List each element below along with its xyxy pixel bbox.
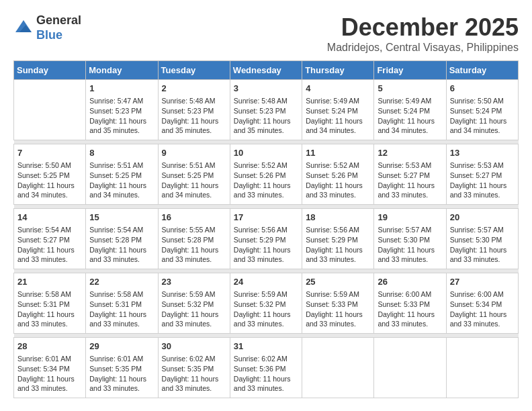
daylight-text: Daylight: 11 hours and 33 minutes. [306, 246, 363, 264]
calendar-cell: 12Sunrise: 5:53 AMSunset: 5:27 PMDayligh… [374, 144, 446, 205]
sunrise-text: Sunrise: 5:54 AM [89, 226, 143, 234]
sunset-text: Sunset: 5:27 PM [450, 171, 502, 179]
day-number: 23 [162, 276, 226, 288]
daylight-text: Daylight: 11 hours and 33 minutes. [17, 310, 75, 328]
calendar-cell: 8Sunrise: 5:51 AMSunset: 5:25 PMDaylight… [86, 144, 158, 205]
logo-text: General Blue [36, 13, 81, 42]
sunrise-text: Sunrise: 5:59 AM [306, 290, 359, 298]
calendar-cell [302, 338, 374, 398]
daylight-text: Daylight: 11 hours and 33 minutes. [89, 246, 146, 264]
sunset-text: Sunset: 5:32 PM [234, 300, 286, 308]
daylight-text: Daylight: 11 hours and 33 minutes. [89, 310, 146, 328]
sunrise-text: Sunrise: 5:48 AM [162, 97, 216, 105]
calendar-cell: 14Sunrise: 5:54 AMSunset: 5:27 PMDayligh… [14, 209, 86, 269]
calendar-table: SundayMondayTuesdayWednesdayThursdayFrid… [13, 60, 519, 398]
calendar-cell: 4Sunrise: 5:49 AMSunset: 5:24 PMDaylight… [302, 80, 374, 140]
sunrise-text: Sunrise: 5:58 AM [17, 290, 71, 298]
weekday-header: Wednesday [230, 61, 302, 80]
calendar-week-row: 28Sunrise: 6:01 AMSunset: 5:34 PMDayligh… [14, 338, 519, 398]
sunset-text: Sunset: 5:23 PM [234, 107, 286, 115]
sunrise-text: Sunrise: 6:01 AM [89, 355, 143, 363]
sunset-text: Sunset: 5:34 PM [17, 365, 70, 373]
sunrise-text: Sunrise: 5:58 AM [89, 290, 143, 298]
daylight-text: Daylight: 11 hours and 34 minutes. [306, 117, 363, 135]
day-number: 16 [162, 212, 226, 224]
sunrise-text: Sunrise: 5:52 AM [234, 161, 287, 169]
sunrise-text: Sunrise: 6:02 AM [234, 355, 287, 363]
sunrise-text: Sunrise: 5:48 AM [234, 97, 287, 105]
day-number: 1 [89, 83, 154, 95]
daylight-text: Daylight: 11 hours and 33 minutes. [162, 246, 219, 264]
daylight-text: Daylight: 11 hours and 33 minutes. [162, 375, 219, 393]
calendar-cell [446, 338, 518, 398]
sunset-text: Sunset: 5:25 PM [17, 171, 70, 179]
calendar-cell: 27Sunrise: 6:00 AMSunset: 5:34 PMDayligh… [446, 273, 518, 334]
sunrise-text: Sunrise: 5:59 AM [162, 290, 216, 298]
weekday-header: Saturday [446, 61, 518, 80]
sunrise-text: Sunrise: 5:55 AM [162, 226, 216, 234]
calendar-cell: 2Sunrise: 5:48 AMSunset: 5:23 PMDaylight… [158, 80, 230, 140]
sunrise-text: Sunrise: 6:00 AM [378, 290, 431, 298]
sunrise-text: Sunrise: 5:47 AM [89, 97, 143, 105]
sunset-text: Sunset: 5:24 PM [378, 107, 430, 115]
day-number: 5 [378, 83, 442, 95]
daylight-text: Daylight: 11 hours and 33 minutes. [234, 375, 291, 393]
day-number: 24 [234, 276, 298, 288]
calendar-cell [374, 338, 446, 398]
title-section: December 2025 Madridejos, Central Visaya… [327, 13, 519, 54]
day-number: 8 [89, 147, 154, 159]
calendar-title: December 2025 [327, 13, 519, 42]
calendar-week-row: 14Sunrise: 5:54 AMSunset: 5:27 PMDayligh… [14, 209, 519, 269]
sunset-text: Sunset: 5:30 PM [378, 236, 430, 244]
calendar-cell: 20Sunrise: 5:57 AMSunset: 5:30 PMDayligh… [446, 209, 518, 269]
daylight-text: Daylight: 11 hours and 33 minutes. [234, 181, 291, 199]
calendar-cell: 13Sunrise: 5:53 AMSunset: 5:27 PMDayligh… [446, 144, 518, 205]
daylight-text: Daylight: 11 hours and 33 minutes. [234, 246, 291, 264]
sunrise-text: Sunrise: 5:50 AM [17, 161, 71, 169]
daylight-text: Daylight: 11 hours and 35 minutes. [162, 117, 219, 135]
sunrise-text: Sunrise: 5:52 AM [306, 161, 359, 169]
sunrise-text: Sunrise: 5:50 AM [450, 97, 504, 105]
sunset-text: Sunset: 5:31 PM [17, 300, 70, 308]
sunrise-text: Sunrise: 5:54 AM [17, 226, 71, 234]
day-number: 17 [234, 212, 298, 224]
day-number: 13 [450, 147, 515, 159]
day-number: 29 [89, 340, 154, 353]
day-number: 21 [17, 276, 82, 288]
sunrise-text: Sunrise: 5:56 AM [234, 226, 287, 234]
sunset-text: Sunset: 5:28 PM [89, 236, 142, 244]
sunrise-text: Sunrise: 5:56 AM [306, 226, 359, 234]
sunset-text: Sunset: 5:34 PM [450, 300, 502, 308]
calendar-subtitle: Madridejos, Central Visayas, Philippines [327, 42, 519, 54]
header-row: SundayMondayTuesdayWednesdayThursdayFrid… [14, 61, 519, 80]
calendar-cell: 15Sunrise: 5:54 AMSunset: 5:28 PMDayligh… [86, 209, 158, 269]
logo: General Blue [13, 13, 81, 42]
calendar-cell: 31Sunrise: 6:02 AMSunset: 5:36 PMDayligh… [230, 338, 302, 398]
calendar-cell: 24Sunrise: 5:59 AMSunset: 5:32 PMDayligh… [230, 273, 302, 334]
calendar-cell: 22Sunrise: 5:58 AMSunset: 5:31 PMDayligh… [86, 273, 158, 334]
sunset-text: Sunset: 5:31 PM [89, 300, 142, 308]
weekday-header: Thursday [302, 61, 374, 80]
weekday-header: Monday [86, 61, 158, 80]
calendar-cell: 26Sunrise: 6:00 AMSunset: 5:33 PMDayligh… [374, 273, 446, 334]
sunset-text: Sunset: 5:29 PM [234, 236, 286, 244]
sunset-text: Sunset: 5:36 PM [234, 365, 286, 373]
sunset-text: Sunset: 5:33 PM [306, 300, 358, 308]
daylight-text: Daylight: 11 hours and 33 minutes. [162, 310, 219, 328]
sunrise-text: Sunrise: 6:00 AM [450, 290, 504, 298]
sunset-text: Sunset: 5:26 PM [306, 171, 358, 179]
sunset-text: Sunset: 5:23 PM [162, 107, 214, 115]
day-number: 19 [378, 212, 442, 224]
day-number: 9 [162, 147, 226, 159]
day-number: 2 [162, 83, 226, 95]
sunset-text: Sunset: 5:29 PM [306, 236, 358, 244]
day-number: 4 [306, 83, 370, 95]
daylight-text: Daylight: 11 hours and 35 minutes. [89, 117, 146, 135]
daylight-text: Daylight: 11 hours and 33 minutes. [89, 375, 146, 393]
calendar-cell: 5Sunrise: 5:49 AMSunset: 5:24 PMDaylight… [374, 80, 446, 140]
sunrise-text: Sunrise: 5:59 AM [234, 290, 287, 298]
daylight-text: Daylight: 11 hours and 33 minutes. [378, 246, 435, 264]
sunrise-text: Sunrise: 5:51 AM [162, 161, 216, 169]
day-number: 31 [234, 340, 298, 353]
day-number: 25 [306, 276, 370, 288]
